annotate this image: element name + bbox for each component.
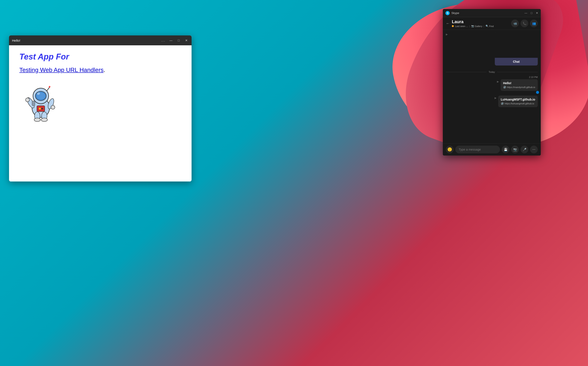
- chat-bubble-link-2: 🔗 https://luhuangmsft.github.io: [501, 102, 535, 105]
- back-button[interactable]: ←: [446, 21, 450, 26]
- webapp-period: .: [104, 67, 105, 73]
- chat-bubble-1: Hello! 🔗 https://mandymsft.github.io: [501, 79, 538, 91]
- image-button[interactable]: 📷: [511, 146, 519, 153]
- more-options-button[interactable]: ⋯: [530, 146, 538, 153]
- microphone-icon: 🎤: [523, 148, 526, 151]
- astronaut-container: [19, 80, 181, 124]
- status-dot-icon: [452, 25, 454, 27]
- chat-timestamp: 2:10 PM: [446, 76, 538, 78]
- svg-point-14: [41, 118, 47, 121]
- attachment-button[interactable]: 💾: [502, 146, 509, 153]
- attachment-icon: 💾: [504, 148, 507, 151]
- skype-title-text: Skype: [452, 11, 459, 15]
- skype-titlebar-controls: — □ ✕: [524, 11, 538, 15]
- chat-bubble-2: LuHuangMSFT.github.io 🔗 https://luhuangm…: [498, 96, 538, 107]
- svg-point-10: [51, 105, 55, 109]
- chat-link-url-2[interactable]: https://luhuangmsft.github.io: [505, 102, 534, 105]
- skype-logo-icon: S: [445, 11, 450, 15]
- skype-chat-area[interactable]: ▶ Chat Today 2:10 PM ▶ Hello! 🔗 https:/: [443, 30, 541, 143]
- chat-preview-image: [495, 32, 538, 58]
- find-link[interactable]: 🔍 Find: [486, 25, 494, 28]
- status-separator2: |: [484, 25, 484, 28]
- svg-point-6: [41, 108, 43, 109]
- message-input[interactable]: [455, 146, 500, 153]
- chat-message-row-1: ▶ Hello! 🔗 https://mandymsft.github.io: [446, 79, 538, 94]
- emoji-icon: 🙂: [447, 147, 452, 152]
- astronaut-image: [19, 80, 62, 123]
- chat-divider: Today: [446, 71, 538, 73]
- contact-name: Laura: [452, 19, 511, 24]
- divider-line-right: [497, 72, 538, 72]
- link-icon-1: 🔗: [503, 86, 506, 89]
- more-options-icon: ⋯: [532, 148, 535, 151]
- skype-close-button[interactable]: ✕: [536, 11, 538, 15]
- skype-input-area: 🙂 💾 📷 🎤 ⋯: [443, 143, 541, 155]
- webapp-window: Hello! ... — □ ✕ Test App For Testing We…: [9, 35, 192, 182]
- chat-preview-button[interactable]: Chat: [495, 58, 538, 66]
- webapp-more-dots[interactable]: ...: [161, 38, 165, 42]
- skype-action-buttons: 📹 📞 👥: [511, 20, 538, 27]
- divider-line-left: [446, 72, 486, 72]
- webapp-content: Test App For Testing Web App URL Handler…: [9, 45, 192, 182]
- emoji-button[interactable]: 🙂: [446, 146, 453, 153]
- chat-bubble-text-1: Hello!: [503, 81, 535, 85]
- svg-point-13: [34, 118, 40, 121]
- find-icon: 🔍: [486, 25, 489, 28]
- voice-call-button[interactable]: 📞: [520, 20, 528, 27]
- webapp-maximize-button[interactable]: □: [177, 39, 181, 42]
- video-call-icon: 📹: [513, 22, 517, 25]
- svg-line-15: [47, 87, 50, 91]
- webapp-heading: Test App For: [19, 52, 181, 61]
- contact-info: Laura Last seen ... | 📷 Gallery | 🔍 Find: [452, 19, 511, 28]
- chat-preview-card: Chat: [495, 32, 538, 66]
- webapp-minimize-button[interactable]: —: [169, 39, 173, 42]
- message-send-indicator-1: ▶: [497, 80, 499, 83]
- chat-link-url-1[interactable]: https://mandymsft.github.io: [507, 86, 535, 89]
- video-call-button[interactable]: 📹: [511, 20, 519, 27]
- contact-status-row: Last seen ... | 📷 Gallery | 🔍 Find: [452, 25, 511, 28]
- webapp-close-button[interactable]: ✕: [184, 39, 188, 42]
- last-seen-text: Last seen ...: [455, 25, 468, 28]
- svg-point-9: [26, 98, 30, 102]
- status-separator: |: [469, 25, 470, 28]
- svg-rect-18: [32, 101, 35, 106]
- microphone-button[interactable]: 🎤: [520, 146, 528, 153]
- webapp-titlebar: Hello! ... — □ ✕: [9, 35, 192, 45]
- chat-bubble-text-2: LuHuangMSFT.github.io: [501, 98, 535, 101]
- chat-bubble-link-1: 🔗 https://mandymsft.github.io: [503, 86, 535, 89]
- message-send-indicator-2: ▶: [495, 96, 497, 99]
- skype-minimize-button[interactable]: —: [524, 11, 527, 15]
- skype-header: ← Laura Last seen ... | 📷 Gallery | 🔍 Fi…: [443, 17, 541, 30]
- divider-today-text: Today: [486, 71, 497, 73]
- skype-title-left: S Skype: [445, 11, 459, 15]
- voice-call-icon: 📞: [523, 22, 526, 25]
- gallery-link[interactable]: 📷 Gallery: [471, 25, 482, 28]
- svg-point-5: [39, 108, 41, 110]
- webapp-title: Hello!: [12, 39, 20, 42]
- webapp-link[interactable]: Testing Web App URL Handlers: [19, 67, 104, 73]
- skype-window: S Skype — □ ✕ ← Laura Last seen ... | 📷 …: [443, 9, 541, 155]
- message-status-dot-1: [536, 91, 539, 94]
- skype-maximize-button[interactable]: □: [531, 11, 532, 15]
- gallery-icon: 📷: [471, 25, 474, 28]
- webapp-link-container: Testing Web App URL Handlers.: [19, 67, 181, 73]
- add-contact-icon: 👥: [532, 22, 536, 25]
- chat-message-row-2: ▶ LuHuangMSFT.github.io 🔗 https://luhuan…: [446, 96, 538, 107]
- add-contact-button[interactable]: 👥: [530, 20, 538, 27]
- send-indicator-icon: ▶: [446, 33, 448, 36]
- svg-point-16: [49, 86, 50, 87]
- skype-titlebar: S Skype — □ ✕: [443, 9, 541, 17]
- image-icon: 📷: [513, 148, 517, 151]
- webapp-titlebar-controls: ... — □ ✕: [161, 38, 188, 42]
- link-icon-2: 🔗: [501, 102, 504, 105]
